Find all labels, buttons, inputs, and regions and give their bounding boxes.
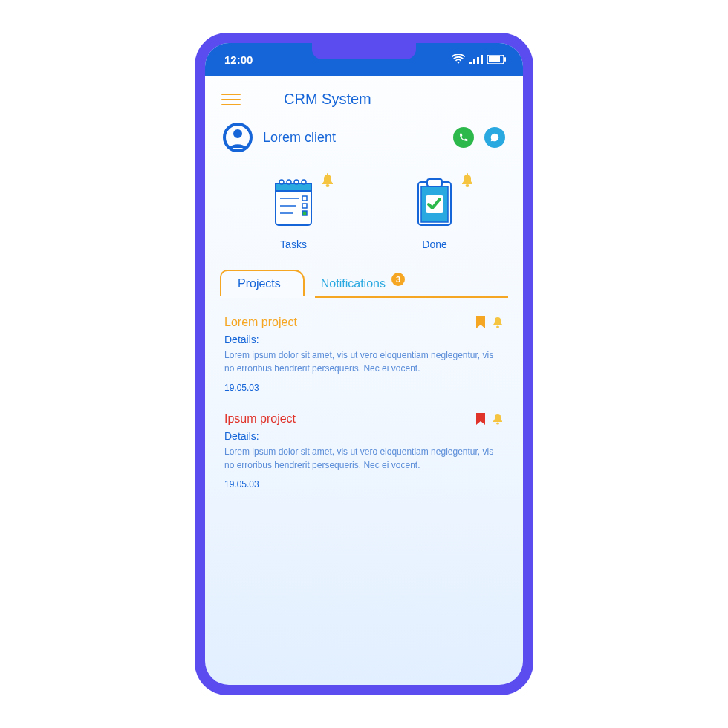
bell-icon[interactable]: [492, 412, 504, 426]
svg-rect-0: [469, 62, 472, 64]
svg-point-12: [287, 180, 291, 184]
svg-rect-5: [489, 56, 500, 62]
menu-button[interactable]: [221, 94, 241, 105]
tabs: Projects Notifications 3: [205, 265, 523, 298]
tasks-icon: [271, 176, 316, 228]
wifi-icon: [452, 54, 465, 65]
project-item[interactable]: Lorem project Details: Lorem ipsum dolor…: [224, 316, 504, 393]
phone-screen: 12:00 CRM System Lorem client: [205, 43, 523, 685]
bell-icon: [320, 173, 335, 189]
tab-projects-label: Projects: [238, 277, 281, 290]
project-date: 19.05.03: [224, 479, 504, 490]
svg-point-30: [496, 422, 499, 424]
bell-icon[interactable]: [492, 316, 504, 329]
notification-badge: 3: [391, 273, 405, 286]
svg-point-14: [302, 180, 306, 184]
tab-notifications[interactable]: Notifications 3: [305, 271, 408, 296]
project-item[interactable]: Ipsum project Details: Lorem ipsum dolor…: [224, 412, 504, 490]
svg-rect-25: [427, 179, 442, 186]
app-header: CRM System: [205, 76, 523, 121]
details-body: Lorem ipsum dolor sit amet, vis ut vero …: [224, 445, 504, 472]
chat-button[interactable]: [484, 127, 505, 148]
svg-point-8: [233, 129, 242, 138]
bookmark-icon[interactable]: [475, 412, 486, 426]
tasks-card[interactable]: Tasks: [249, 176, 338, 250]
signal-icon: [469, 55, 483, 64]
tab-notifications-label: Notifications: [321, 277, 386, 290]
svg-point-13: [294, 180, 299, 184]
chat-icon: [490, 132, 500, 143]
details-body: Lorem ipsum dolor sit amet, vis ut vero …: [224, 348, 504, 375]
phone-frame: 12:00 CRM System Lorem client: [195, 33, 533, 695]
tasks-label: Tasks: [280, 238, 307, 250]
bookmark-icon[interactable]: [475, 316, 486, 329]
avatar-icon: [223, 123, 253, 152]
done-icon: [414, 176, 455, 228]
svg-rect-3: [481, 55, 483, 64]
phone-notch: [312, 43, 416, 59]
svg-rect-2: [477, 57, 479, 64]
svg-rect-6: [504, 57, 506, 62]
details-label: Details:: [224, 334, 504, 345]
svg-point-11: [279, 180, 284, 184]
phone-icon: [458, 132, 469, 143]
bell-icon: [460, 173, 475, 189]
app-title: CRM System: [284, 91, 371, 108]
done-card[interactable]: Done: [390, 176, 479, 250]
svg-rect-28: [467, 173, 468, 175]
svg-rect-22: [327, 173, 328, 175]
client-row: Lorem client: [205, 121, 523, 170]
svg-rect-1: [473, 59, 475, 64]
svg-point-29: [496, 325, 499, 328]
project-date: 19.05.03: [224, 383, 504, 393]
project-title: Ipsum project: [224, 412, 296, 426]
project-title: Lorem project: [224, 316, 297, 329]
tab-projects[interactable]: Projects: [220, 270, 305, 296]
cards-row: Tasks Done: [205, 170, 523, 265]
status-icons: [452, 54, 507, 65]
battery-icon: [487, 55, 507, 64]
svg-point-27: [466, 184, 469, 187]
status-time: 12:00: [224, 53, 253, 66]
svg-rect-20: [302, 211, 307, 215]
svg-point-21: [326, 184, 330, 187]
done-label: Done: [422, 238, 446, 250]
call-button[interactable]: [453, 127, 474, 148]
project-list: Lorem project Details: Lorem ipsum dolor…: [205, 298, 523, 507]
client-name: Lorem client: [263, 130, 443, 146]
details-label: Details:: [224, 430, 504, 442]
